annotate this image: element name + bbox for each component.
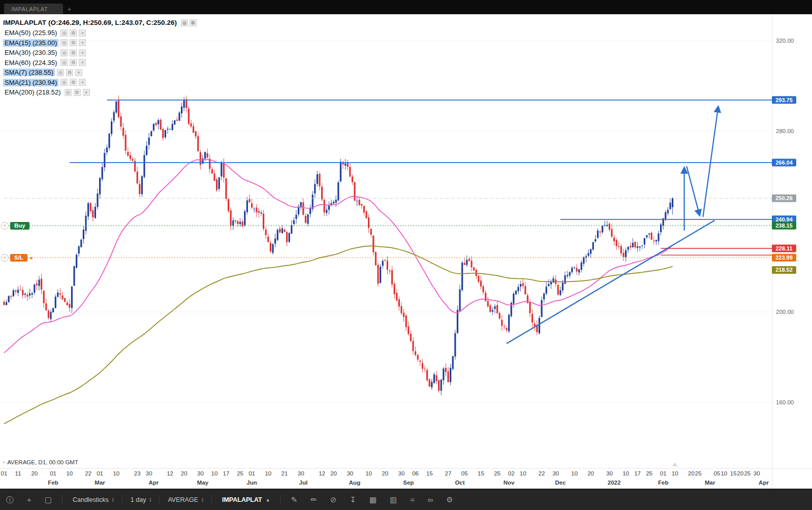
close-buy-icon[interactable]: × (1, 222, 9, 230)
settings-icon[interactable]: ⚙ (74, 89, 81, 96)
indicator-label[interactable]: SMA(21) (230.94) (3, 79, 58, 86)
svg-text:30: 30 (197, 470, 204, 476)
indicator-label[interactable]: SMA(7) (238.55) (3, 69, 55, 76)
stop-loss-row[interactable]: × S/L ▲ (1, 253, 34, 262)
active-symbol-button[interactable]: IMPALAPLAT ▲ (222, 496, 270, 503)
grid-layout-icon[interactable]: ▦ (369, 496, 377, 503)
date-axis[interactable]: 0111200110220110233012203010172501102130… (1, 470, 769, 486)
tab-impalaplat[interactable]: IMPALAPLAT (4, 4, 63, 14)
spinner-carets-icon[interactable]: ▴▾ (112, 497, 114, 502)
svg-text:200.00: 200.00 (776, 309, 794, 315)
chart-area[interactable]: 320.00280.00200.00160.00293.75266.04250.… (0, 14, 812, 489)
svg-text:10: 10 (571, 470, 578, 476)
svg-text:17: 17 (223, 470, 230, 476)
symbol-selector[interactable]: AVERAGE▴▾ (168, 496, 203, 503)
indicator-label[interactable]: EMA(50) (225.95) (3, 29, 58, 37)
visibility-icon[interactable]: ◎ (60, 39, 68, 46)
toolbar-separator (211, 495, 212, 505)
ohlc-values: (O:246.29, H:250.69, L:243.07, C:250.26) (48, 19, 177, 26)
price-label-223.99[interactable]: 223.99 (772, 254, 796, 262)
new-tab-button[interactable]: + (67, 6, 71, 13)
settings-icon[interactable]: ⚙ (66, 69, 73, 76)
price-label-228.11[interactable]: 228.11 (772, 244, 796, 252)
price-label-266.04[interactable]: 266.04 (772, 159, 796, 167)
settings-icon[interactable]: ⚙ (70, 59, 77, 66)
watch-icon[interactable]: ◎ (181, 19, 188, 26)
remove-icon[interactable]: × (83, 89, 90, 96)
visibility-icon[interactable]: ◎ (65, 89, 72, 96)
svg-text:320.00: 320.00 (776, 38, 794, 44)
buy-badge[interactable]: Buy (10, 222, 29, 230)
indicator-row: EMA(60) (224.35)◎⚙× (3, 58, 197, 68)
svg-text:12: 12 (167, 470, 173, 476)
svg-text:10: 10 (113, 470, 119, 476)
projection-arrow-3[interactable] (703, 107, 718, 217)
visibility-icon[interactable]: ◎ (60, 59, 68, 66)
stop-loss-badge[interactable]: S/L (10, 254, 27, 262)
hide-drawings-icon[interactable]: ⊘ (330, 496, 337, 503)
period-selector[interactable]: 1 day▴▾ (131, 496, 151, 503)
svg-text:05: 05 (714, 470, 721, 476)
svg-text:06: 06 (412, 470, 419, 476)
spinner-carets-icon[interactable]: ▴▾ (149, 497, 151, 502)
close-stop-loss-icon[interactable]: × (1, 254, 9, 262)
visibility-icon[interactable]: ◎ (60, 29, 68, 37)
price-label-293.75[interactable]: 293.75 (772, 96, 796, 104)
remove-icon[interactable]: × (79, 49, 86, 56)
pencil-icon[interactable]: ✎ (291, 496, 298, 503)
candles-layer[interactable] (3, 95, 673, 395)
chart-panel-icon[interactable]: ▥ (390, 496, 397, 503)
svg-text:30: 30 (398, 470, 405, 476)
spinner-carets-icon[interactable]: ▴▾ (202, 497, 203, 502)
link-icon[interactable]: ∞ (428, 496, 433, 503)
info-icon[interactable]: ⓘ (6, 496, 14, 503)
settings-icon[interactable]: ⚙ (70, 79, 77, 86)
toolbar-separator (280, 495, 281, 505)
indicator-label[interactable]: EMA(30) (230.35) (3, 49, 58, 56)
svg-text:15: 15 (730, 470, 737, 476)
price-label-250.26[interactable]: 250.26 (772, 195, 796, 202)
toolbar-separator (122, 495, 122, 505)
settings-icon[interactable]: ⚙ (70, 39, 77, 46)
svg-text:25: 25 (744, 470, 751, 476)
remove-icon[interactable]: × (79, 39, 86, 46)
polyline-icon[interactable]: ≈ (410, 496, 414, 503)
chart-type-selector[interactable]: Candlesticks▴▾ (73, 496, 114, 503)
svg-text:10: 10 (672, 470, 678, 476)
visibility-icon[interactable]: ◎ (57, 69, 64, 76)
price-label-218.52[interactable]: 218.52 (772, 266, 796, 274)
svg-text:01: 01 (97, 470, 103, 476)
indicator-label[interactable]: EMA(15) (235.00) (3, 39, 58, 47)
visibility-icon[interactable]: ◎ (60, 49, 68, 56)
svg-text:15: 15 (426, 470, 433, 476)
svg-text:Feb: Feb (48, 480, 58, 486)
ma-line-200[interactable] (4, 246, 673, 424)
gear-icon[interactable]: ⚙ (446, 496, 453, 503)
settings-icon[interactable]: ⚙ (70, 49, 77, 56)
svg-text:May: May (197, 480, 209, 486)
axis-marker-icon (672, 462, 677, 466)
brush-icon[interactable]: ✏ (310, 496, 317, 503)
indicator-label[interactable]: EMA(200) (218.52) (3, 88, 63, 96)
price-label-238.15[interactable]: 238.15 (772, 222, 796, 230)
svg-text:01: 01 (50, 470, 56, 476)
remove-icon[interactable]: × (75, 69, 82, 76)
snapshot-icon[interactable]: ▢ (45, 496, 52, 503)
visibility-icon[interactable]: ◎ (60, 79, 68, 86)
trend-line[interactable] (507, 220, 714, 344)
remove-icon[interactable]: × (79, 59, 86, 66)
crosshair-icon[interactable]: + (27, 496, 32, 503)
svg-text:05: 05 (461, 470, 468, 476)
remove-icon[interactable]: × (79, 29, 86, 37)
settings-icon[interactable]: ⚙ (190, 19, 197, 26)
remove-icon[interactable]: × (79, 79, 86, 86)
download-icon[interactable]: ↧ (350, 496, 356, 503)
settings-icon[interactable]: ⚙ (70, 29, 77, 37)
projection-arrow-2[interactable] (686, 166, 699, 215)
indicator-label[interactable]: EMA(60) (224.35) (3, 59, 58, 67)
buy-position-row[interactable]: × Buy (1, 221, 29, 230)
svg-text:10: 10 (365, 470, 372, 476)
svg-text:218.52: 218.52 (775, 267, 793, 273)
toolbar-separator (62, 495, 63, 505)
active-symbol-label: IMPALAPLAT (222, 496, 262, 503)
